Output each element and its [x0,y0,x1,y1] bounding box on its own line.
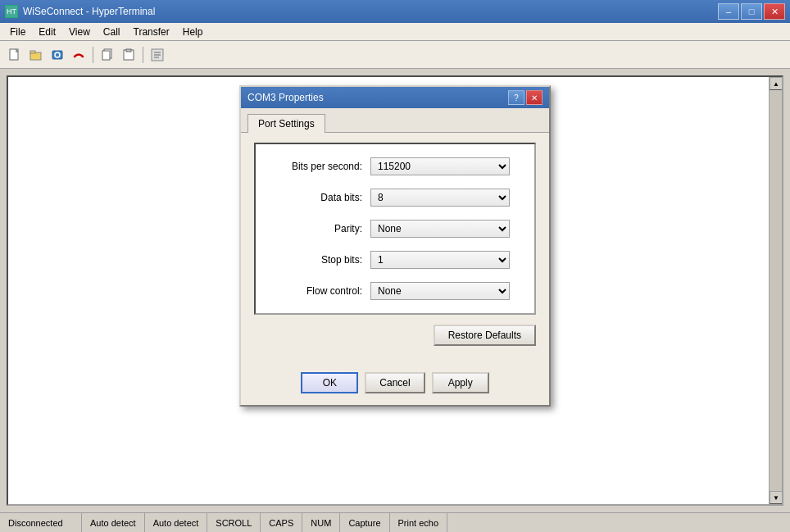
flow-control-row: Flow control: None Xon / Xoff Hardware [272,282,518,300]
status-bar: Disconnected Auto detect Auto detect SCR… [0,512,790,532]
flow-control-select[interactable]: None Xon / Xoff Hardware [370,282,510,300]
dialog-close-button[interactable]: ✕ [526,90,543,105]
menu-help[interactable]: Help [176,25,210,39]
tab-port-settings[interactable]: Port Settings [247,114,325,133]
parity-row: Parity: None Odd Even Mark Space [272,220,518,238]
dialog-com3-properties: COM3 Properties ? ✕ Port Settings Bits p… [239,85,551,407]
menu-call[interactable]: Call [97,25,127,39]
tab-bar: Port Settings [241,108,549,132]
svg-rect-6 [102,51,110,60]
bits-per-second-row: Bits per second: 110 300 600 1200 2400 4… [272,157,518,175]
app-icon: HT [5,5,18,18]
status-caps: CAPS [261,513,302,532]
dialog-title-text: COM3 Properties [247,92,324,103]
data-bits-select[interactable]: 5 6 7 8 [370,189,510,207]
bits-per-second-select[interactable]: 110 300 600 1200 2400 4800 9600 14400 19… [370,157,510,175]
status-scroll: SCROLL [207,513,261,532]
status-auto-detect-2: Auto detect [145,513,208,532]
menu-transfer[interactable]: Transfer [127,25,176,39]
status-capture: Capture [340,513,389,532]
new-icon [8,48,21,61]
dialog-help-button[interactable]: ? [508,90,524,105]
toolbar-separator-1 [93,47,93,63]
stop-bits-label: Stop bits: [272,254,362,266]
paste-icon [122,48,135,61]
status-print-echo: Print echo [390,513,448,532]
properties-icon [151,48,164,61]
app-title: WiSeConnect - HyperTerminal [23,6,155,17]
status-auto-detect-1: Auto detect [82,513,145,532]
title-bar-controls: – □ ✕ [718,3,785,20]
dialog-overlay: COM3 Properties ? ✕ Port Settings Bits p… [0,69,790,512]
main-area: ▲ ▼ COM3 Properties ? ✕ Port Settings [0,69,790,512]
open-icon [30,48,43,61]
dialog-title-controls: ? ✕ [508,90,543,105]
dial-icon [51,48,64,61]
menu-bar: File Edit View Call Transfer Help [0,23,790,41]
status-disconnected: Disconnected [0,513,82,532]
toolbar-paste[interactable] [119,45,138,65]
hangup-icon [72,48,85,61]
stop-bits-row: Stop bits: 1 1.5 2 [272,251,518,269]
restore-defaults-button[interactable]: Restore Defaults [434,325,536,346]
copy-icon [101,48,114,61]
title-bar: HT WiSeConnect - HyperTerminal – □ ✕ [0,0,790,23]
settings-area: Bits per second: 110 300 600 1200 2400 4… [254,143,536,315]
svg-rect-2 [30,51,35,53]
menu-edit[interactable]: Edit [32,25,62,39]
stop-bits-wrapper: 1 1.5 2 [370,251,510,269]
apply-button[interactable]: Apply [432,372,489,393]
close-button[interactable]: ✕ [764,3,785,20]
toolbar-separator-2 [143,47,143,63]
flow-control-wrapper: None Xon / Xoff Hardware [370,282,510,300]
data-bits-label: Data bits: [272,192,362,203]
toolbar-new[interactable] [5,45,25,65]
svg-rect-8 [126,49,131,52]
dialog-action-buttons: OK Cancel Apply [241,366,549,405]
toolbar [0,41,790,69]
cancel-button[interactable]: Cancel [365,372,425,393]
dialog-title-bar: COM3 Properties ? ✕ [241,87,549,108]
toolbar-hangup[interactable] [69,45,89,65]
bits-per-second-wrapper: 110 300 600 1200 2400 4800 9600 14400 19… [370,157,510,175]
parity-wrapper: None Odd Even Mark Space [370,220,510,238]
menu-file[interactable]: File [3,25,32,39]
stop-bits-select[interactable]: 1 1.5 2 [370,251,510,269]
data-bits-wrapper: 5 6 7 8 [370,189,510,207]
toolbar-open[interactable] [26,45,46,65]
data-bits-row: Data bits: 5 6 7 8 [272,189,518,207]
status-num: NUM [302,513,340,532]
parity-label: Parity: [272,223,362,234]
toolbar-copy[interactable] [98,45,117,65]
bits-per-second-label: Bits per second: [272,161,362,172]
minimize-button[interactable]: – [718,3,739,20]
dialog-content: Bits per second: 110 300 600 1200 2400 4… [241,132,549,366]
maximize-button[interactable]: □ [741,3,762,20]
flow-control-label: Flow control: [272,285,362,297]
ok-button[interactable]: OK [301,372,358,393]
toolbar-dial[interactable] [48,45,67,65]
parity-select[interactable]: None Odd Even Mark Space [370,220,510,238]
toolbar-properties[interactable] [148,45,167,65]
menu-view[interactable]: View [62,25,97,39]
